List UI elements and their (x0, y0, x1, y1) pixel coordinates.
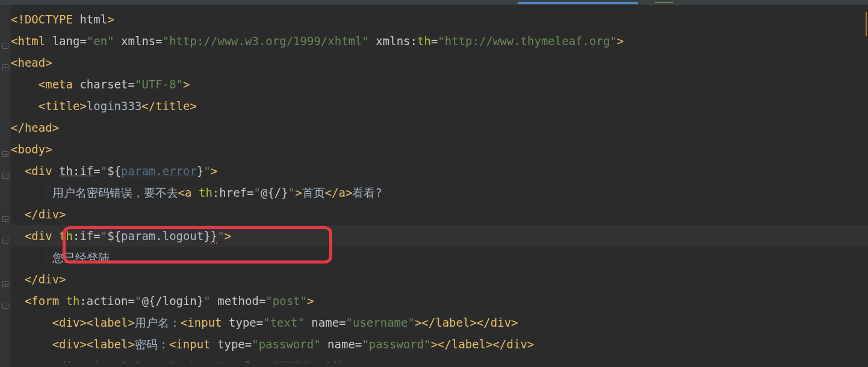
code-line[interactable]: <html lang="en" xmlns="http://www.w3.org… (11, 30, 868, 52)
fold-toggle-icon[interactable] (2, 64, 8, 70)
code-line[interactable]: <form th:action="@{/login}" method="post… (11, 290, 868, 312)
active-tab-indicator (518, 2, 638, 4)
fold-toggle-icon[interactable] (2, 238, 8, 244)
code-line[interactable]: <meta charset="UTF-8"> (11, 73, 868, 95)
code-line[interactable]: </div> (11, 268, 868, 290)
code-line[interactable]: 您已经登陆 (11, 247, 868, 268)
code-line[interactable]: <!DOCTYPE html> (11, 8, 868, 30)
code-line[interactable]: <div><label>用户名：<input type="text" name=… (11, 312, 868, 333)
tab-indicator-secondary (655, 2, 673, 3)
code-line[interactable]: </head> (11, 117, 868, 138)
code-line[interactable]: 用户名密码错误，要不去<a th:href="@{/}">首页</a>看看? (11, 182, 868, 203)
code-line[interactable]: <title>login333</title> (11, 95, 868, 117)
editor-top-border (0, 0, 868, 5)
code-line[interactable]: <body> (11, 138, 868, 160)
code-line[interactable]: <head> (11, 52, 868, 73)
code-editor[interactable]: <!DOCTYPE html><html lang="en" xmlns="ht… (11, 8, 868, 363)
fold-toggle-icon[interactable] (2, 173, 8, 179)
code-line[interactable]: </div> (11, 203, 868, 225)
fold-toggle-icon[interactable] (2, 216, 8, 222)
code-line[interactable]: <div><label>密码：<input type="password" na… (11, 333, 868, 355)
editor-gutter (0, 5, 11, 367)
fold-toggle-icon[interactable] (2, 43, 8, 49)
fold-toggle-icon[interactable] (2, 303, 8, 309)
fold-toggle-icon[interactable] (2, 281, 8, 287)
code-line[interactable]: <div th:if="${param.logout}}"> (11, 225, 868, 247)
fold-toggle-icon[interactable] (2, 151, 8, 157)
error-stripe-marker[interactable] (866, 12, 867, 36)
code-line[interactable]: <div><input type="submit" value="登陆"></d… (11, 355, 868, 363)
code-line[interactable]: <div th:if="${param.error}"> (11, 160, 868, 182)
